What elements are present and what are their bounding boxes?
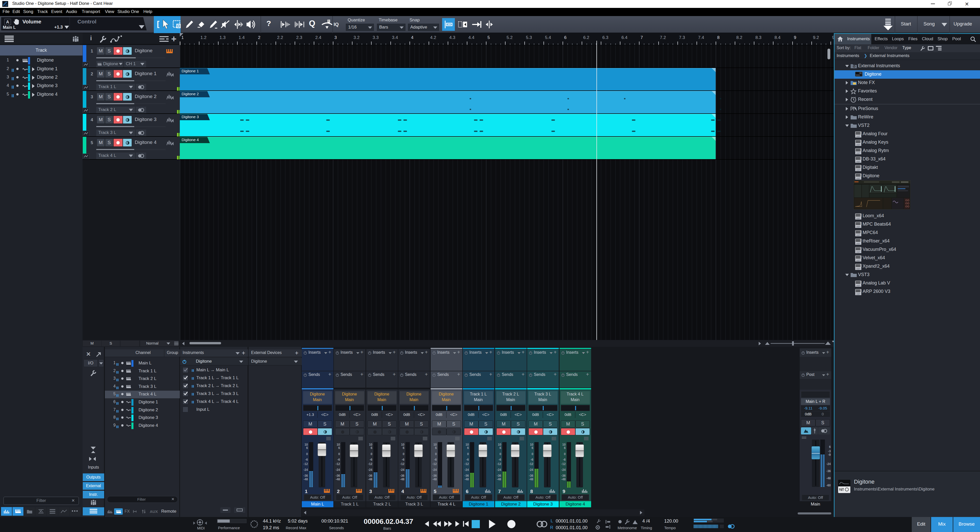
svg-text:VST: VST — [856, 177, 860, 180]
svg-text:VST: VST — [856, 217, 860, 220]
svg-text:VST: VST — [856, 135, 860, 137]
svg-text:VST: VST — [856, 169, 860, 171]
svg-text:VST: VST — [856, 285, 860, 287]
svg-text:VST: VST — [856, 242, 860, 245]
svg-text:VST: VST — [856, 143, 860, 146]
svg-text:VST: VST — [856, 226, 860, 228]
svg-text:VST: VST — [856, 268, 860, 270]
svg-text:VST: VST — [856, 152, 860, 155]
svg-text:VST: VST — [856, 161, 860, 163]
svg-text:VST: VST — [856, 293, 860, 295]
svg-text:VST: VST — [856, 259, 860, 261]
svg-text:VST: VST — [856, 234, 860, 236]
svg-text:VST: VST — [856, 251, 860, 253]
